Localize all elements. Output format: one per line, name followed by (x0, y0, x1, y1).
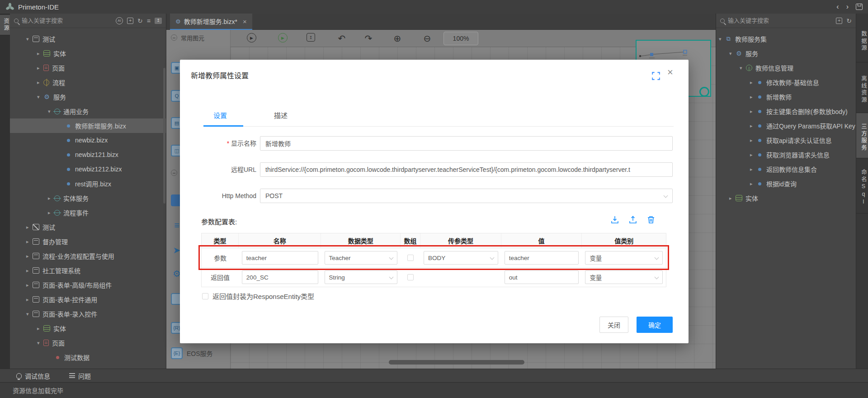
delete-icon[interactable] (646, 215, 656, 224)
tree-item[interactable]: ▸根据id查询 (716, 176, 856, 191)
tab-debug-info[interactable]: 调试信息 (16, 371, 50, 380)
remote-url-input[interactable] (260, 162, 673, 177)
layout-save-icon[interactable] (856, 4, 863, 10)
close-button[interactable]: 关闭 (599, 317, 628, 333)
close-icon[interactable]: × (667, 67, 673, 77)
tree-item[interactable]: ▸页面 (10, 61, 166, 75)
rail-tab[interactable]: 数据源 (856, 17, 868, 62)
expand-arrow-icon[interactable]: ▾ (26, 312, 33, 317)
tree-item[interactable]: ▸测试 (10, 220, 166, 234)
expand-arrow-icon[interactable]: ▸ (729, 196, 736, 201)
expand-arrow-icon[interactable]: ▸ (750, 138, 756, 143)
new-model-icon[interactable]: + (836, 18, 842, 24)
tree-item[interactable]: ▾通用业务 (10, 104, 166, 118)
nav-back-icon[interactable]: ‹ (836, 3, 839, 11)
new-model-icon[interactable]: + (127, 18, 133, 24)
expand-arrow-icon[interactable]: ▾ (26, 37, 33, 42)
tree-item[interactable]: ▸实体 (10, 321, 166, 336)
display-name-input[interactable] (260, 136, 673, 151)
expand-arrow-icon[interactable]: ▸ (37, 66, 43, 71)
expand-arrow-icon[interactable]: ▸ (750, 152, 756, 157)
minimap-handle-icon[interactable] (699, 87, 709, 97)
tree-item[interactable]: ▸按主键集合删除(参数放body) (716, 104, 856, 118)
expand-arrow-icon[interactable]: ▸ (750, 167, 756, 172)
import-icon[interactable] (610, 215, 619, 224)
tree-item[interactable]: 教师新增服务.bizx (10, 118, 166, 133)
http-method-select[interactable]: POST (260, 189, 673, 203)
tree-item[interactable]: newbiz1212.bizx (10, 162, 166, 176)
tree-item[interactable]: ▾教师信息管理 (716, 61, 856, 75)
tree-item[interactable]: ▸社工管理系统 (10, 263, 166, 278)
expand-arrow-icon[interactable]: ▸ (26, 239, 33, 244)
expand-arrow-icon[interactable]: ▸ (750, 80, 756, 85)
confirm-button[interactable]: 确定 (637, 317, 673, 333)
h-scrollbar-thumb[interactable] (389, 360, 524, 365)
tree-item[interactable]: ▸实体 (716, 191, 856, 205)
tree-item[interactable]: ▸页面-表单-控件通用 (10, 292, 166, 307)
tree-item[interactable]: ▸督办管理 (10, 234, 166, 249)
data-type-select[interactable]: String (325, 270, 398, 284)
zoom-level[interactable]: 100% (443, 32, 478, 45)
tree-item[interactable]: ▸获取api请求头认证信息 (716, 133, 856, 147)
expand-arrow-icon[interactable]: ▸ (750, 109, 756, 114)
data-type-select[interactable]: Teacher (325, 251, 398, 265)
param-name-input[interactable] (242, 270, 318, 284)
param-value-input[interactable] (505, 270, 579, 284)
param-value-input[interactable] (505, 251, 579, 265)
expand-arrow-icon[interactable]: ▸ (26, 268, 33, 273)
array-checkbox[interactable] (407, 255, 414, 261)
value-kind-select[interactable]: 变量 (585, 270, 663, 284)
tree-item[interactable]: newbiz.bizx (10, 133, 166, 147)
palette-item-eos-service[interactable]: {E} EOS服务 (171, 347, 213, 359)
export-icon[interactable]: ↥ (155, 18, 162, 24)
expand-arrow-icon[interactable]: ▾ (740, 66, 746, 71)
export-icon[interactable] (628, 215, 637, 224)
redo-icon[interactable]: ↷ (363, 33, 374, 44)
expand-arrow-icon[interactable]: ▸ (26, 297, 33, 302)
tab-close-icon[interactable]: × (243, 18, 247, 25)
refresh-icon[interactable]: ↻ (846, 18, 852, 24)
palette-section-collapse[interactable] (171, 170, 177, 176)
array-checkbox[interactable] (407, 274, 414, 280)
rail-tab[interactable]: 三方服务 (856, 113, 868, 158)
rail-tab[interactable]: 离线资源 (856, 62, 868, 113)
rail-tab-resources[interactable]: 资源 (0, 15, 10, 35)
tree-item[interactable]: ▸实体 (10, 46, 166, 61)
ai-icon[interactable]: AI (116, 17, 123, 24)
tab-settings[interactable]: 设置 (213, 110, 227, 120)
tree-item[interactable]: ▸返回教师信息集合 (716, 162, 856, 176)
tree-item[interactable]: ▾⚙服务 (10, 90, 166, 104)
expand-arrow-icon[interactable]: ▾ (37, 95, 43, 100)
rail-tab[interactable]: 命名Sql (856, 158, 868, 213)
tree-item[interactable]: ▸新增教师 (716, 90, 856, 104)
tree-item[interactable]: ▾⧉教师服务集 (716, 32, 856, 46)
fullscreen-icon[interactable] (652, 72, 660, 80)
deploy-icon[interactable]: ↥ (307, 33, 315, 42)
expand-arrow-icon[interactable]: ▸ (26, 225, 33, 230)
expand-arrow-icon[interactable]: ▾ (37, 341, 43, 346)
value-kind-select[interactable]: 变量 (585, 251, 663, 265)
tree-item[interactable]: ▸通过Query Params获取API Key (716, 118, 856, 133)
tree-item[interactable]: ▸获取浏览器请求头信息 (716, 147, 856, 162)
editor-tab-active[interactable]: ⚙ 教师新增服务.bizx* × (170, 14, 252, 30)
tree-item[interactable]: ▸实体服务 (10, 191, 166, 205)
scrollbar-thumb[interactable] (163, 68, 165, 204)
tree-item[interactable]: ▸修改教师-基础信息 (716, 75, 856, 90)
expand-arrow-icon[interactable]: ▾ (729, 51, 736, 56)
collapse-icon[interactable] (171, 34, 177, 41)
sort-icon[interactable]: ≡ (147, 18, 151, 24)
undo-icon[interactable]: ↶ (336, 33, 347, 44)
expand-arrow-icon[interactable]: ▸ (750, 181, 756, 186)
tree-item[interactable]: newbiz121.bizx (10, 147, 166, 162)
debug-run-icon[interactable]: ▶ (278, 33, 288, 43)
refresh-icon[interactable]: ↻ (137, 18, 143, 24)
tree-item[interactable]: ▸流程事件 (10, 205, 166, 220)
expand-arrow-icon[interactable]: ▸ (750, 123, 756, 128)
zoom-out-icon[interactable]: ⊖ (422, 33, 433, 44)
tree-item[interactable]: ▾页面-表单-录入控件 (10, 307, 166, 321)
tree-item[interactable]: ▸页面-表单-高级/布局组件 (10, 278, 166, 292)
expand-arrow-icon[interactable]: ▸ (26, 283, 33, 288)
expand-arrow-icon[interactable]: ▸ (750, 95, 756, 100)
run-icon[interactable]: ▶ (247, 33, 256, 43)
expand-arrow-icon[interactable]: ▾ (719, 37, 725, 42)
